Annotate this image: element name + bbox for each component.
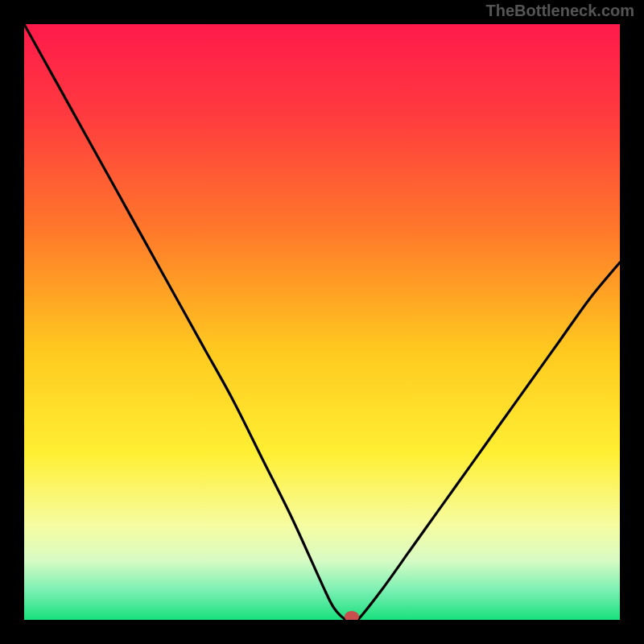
gradient-background: [24, 24, 620, 620]
bottleneck-chart: [24, 24, 620, 620]
watermark-text: TheBottleneck.com: [486, 2, 634, 20]
chart-frame: TheBottleneck.com: [0, 0, 644, 644]
